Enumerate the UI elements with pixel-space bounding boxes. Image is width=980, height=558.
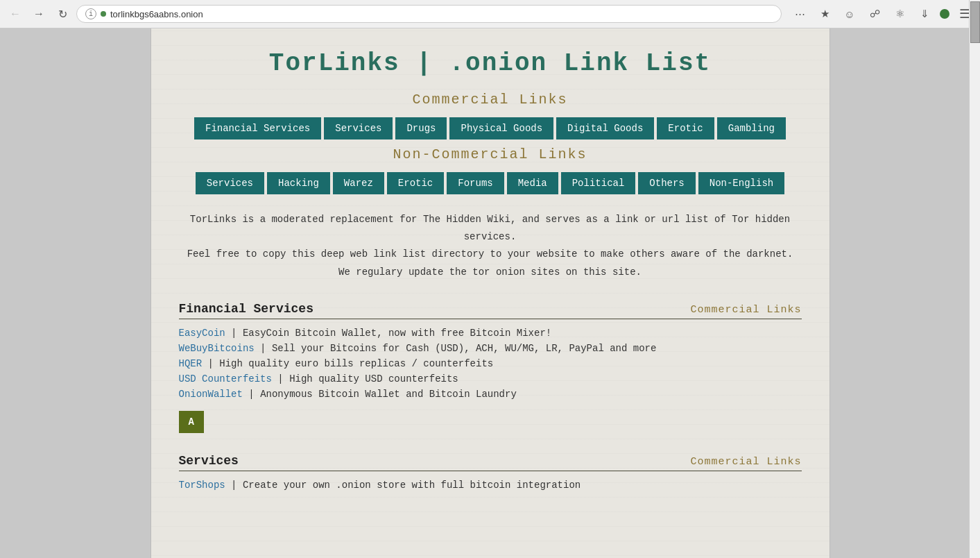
btn-media[interactable]: Media [507,172,558,194]
btn-erotic-commercial[interactable]: Erotic [657,117,714,140]
commercial-buttons-row: Financial Services Services Drugs Physic… [179,117,802,140]
shield-button[interactable]: ☍ [865,4,884,24]
browser-chrome: ← → ↻ i ⋯ ★ ☺ ☍ ⚛ ⇓ ☰ [0,0,980,28]
btn-political[interactable]: Political [561,172,636,194]
commercial-heading: Commercial Links [179,92,802,108]
refresh-button[interactable]: ↻ [53,4,72,24]
hqer-text: | High quality euro bills replicas / cou… [202,358,493,369]
list-item: WeBuyBitcoins | Sell your Bitcoins for C… [179,343,802,354]
list-item: EasyCoin | EasyCoin Bitcoin Wallet, now … [179,328,802,339]
list-item: TorShops | Create your own .onion store … [179,480,802,491]
services-title: Services [179,454,239,468]
btn-gambling[interactable]: Gambling [717,117,786,140]
back-button[interactable]: ← [6,4,25,24]
description-line-3: We regulary update the tor onion sites o… [179,264,802,281]
address-bar[interactable] [110,9,773,19]
scrollbar-thumb[interactable] [970,1,980,43]
services-label: Commercial Links [690,456,801,468]
download-button[interactable]: ⇓ [915,4,934,24]
btn-financial-services[interactable]: Financial Services [194,117,321,140]
services-section: Services Commercial Links TorShops | Cre… [179,454,802,491]
toolbar-icons: ⋯ ★ ☺ ☍ ⚛ ⇓ ☰ [790,4,974,24]
profile-button[interactable]: ☺ [840,4,859,24]
info-icon[interactable]: i [85,8,96,19]
address-bar-wrapper: i [76,5,782,23]
list-item: HQER | High quality euro bills replicas … [179,358,802,369]
financial-services-header: Financial Services Commercial Links [179,302,802,319]
webuybitcoins-text: | Sell your Bitcoins for Cash (USD), ACH… [255,343,657,354]
browser-toolbar: ← → ↻ i ⋯ ★ ☺ ☍ ⚛ ⇓ ☰ [0,0,980,28]
onionwallet-link[interactable]: OnionWallet [179,389,243,400]
bookmark-button[interactable]: ★ [815,4,834,24]
scrollbar[interactable] [969,0,980,558]
btn-forums[interactable]: Forums [447,172,504,194]
onionwallet-text: | Anonymous Bitcoin Wallet and Bitcoin L… [243,389,517,400]
non-commercial-buttons-row: Services Hacking Warez Erotic Forums Med… [179,172,802,194]
webubitcoins-link[interactable]: WeBuyBitcoins [179,343,255,354]
easycoin-link[interactable]: EasyCoin [179,328,225,339]
page-content: TorLinks | .onion Link List Commercial L… [151,28,830,558]
hqer-link[interactable]: HQER [179,358,203,369]
site-title: TorLinks | .onion Link List [179,49,802,78]
menu-button[interactable]: ⋯ [790,4,809,24]
easycoin-text: | EasyCoin Bitcoin Wallet, now with free… [225,328,551,339]
description-line-1: TorLinks is a moderated replacement for … [179,211,802,246]
btn-services-commercial[interactable]: Services [324,117,393,140]
services-header: Services Commercial Links [179,454,802,471]
financial-services-section: Financial Services Commercial Links Easy… [179,302,802,433]
btn-hacking[interactable]: Hacking [267,172,330,194]
usd-text: | High quality USD counterfeits [272,373,458,384]
btn-erotic-non-commercial[interactable]: Erotic [387,172,444,194]
plugin-button[interactable]: ⚛ [890,4,909,24]
list-item: USD Counterfeits | High quality USD coun… [179,373,802,384]
description-block: TorLinks is a moderated replacement for … [179,211,802,281]
torshops-text: | Create your own .onion store with full… [225,480,581,491]
btn-non-english[interactable]: Non-English [698,172,784,194]
ad-button[interactable]: A [179,411,204,433]
page-wrapper: TorLinks | .onion Link List Commercial L… [0,28,980,558]
non-commercial-heading: Non-Commercial Links [179,146,802,162]
extension-icon[interactable] [940,9,949,19]
financial-services-title: Financial Services [179,302,313,316]
btn-others[interactable]: Others [638,172,695,194]
btn-drugs[interactable]: Drugs [395,117,447,140]
torshops-link[interactable]: TorShops [179,480,225,491]
description-line-2: Feel free to copy this deep web link lis… [179,246,802,263]
forward-button[interactable]: → [29,4,49,24]
financial-services-label: Commercial Links [690,304,801,316]
btn-warez[interactable]: Warez [333,172,384,194]
btn-digital-goods[interactable]: Digital Goods [556,117,654,140]
secure-indicator [101,11,106,17]
list-item: OnionWallet | Anonymous Bitcoin Wallet a… [179,389,802,400]
btn-physical-goods[interactable]: Physical Goods [449,117,553,140]
usd-counterfeits-link[interactable]: USD Counterfeits [179,373,272,384]
btn-services-non-commercial[interactable]: Services [196,172,264,194]
